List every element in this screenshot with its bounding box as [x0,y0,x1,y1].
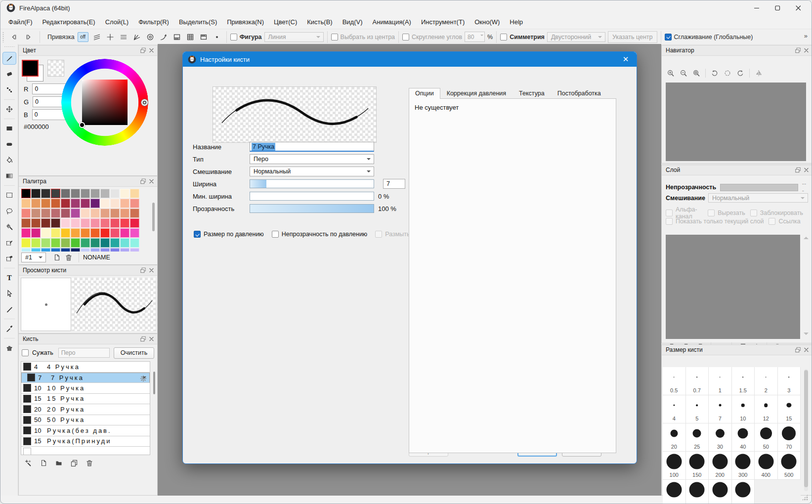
gradient-tool-icon[interactable] [2,169,16,182]
hue-marker[interactable] [141,99,148,106]
brush-size-cell[interactable]: 15 [778,395,801,423]
palette-swatch[interactable] [51,238,60,248]
palette-swatch[interactable] [130,209,139,218]
palette-swatch[interactable] [61,199,70,208]
menu-item-9[interactable]: Анимация(A) [368,16,416,28]
palette-swatch[interactable] [110,209,120,218]
layer-opacity-slider[interactable] [720,184,798,191]
snap-dot-icon[interactable] [211,31,223,43]
brush-blend-select[interactable]: Нормальный [250,167,374,176]
palette-swatch[interactable] [71,228,80,238]
brush-size-cell[interactable]: 40 [732,423,755,452]
palette-swatch[interactable] [110,248,120,252]
palette-swatch[interactable] [71,218,80,228]
checkbox[interactable] [666,218,673,225]
palette-swatch[interactable] [81,218,90,228]
float-panel-icon[interactable] [794,346,802,354]
palette-swatch[interactable] [71,238,80,248]
menu-item-2[interactable]: Слой(L) [100,16,134,28]
flip-horizontal-icon[interactable] [753,68,765,79]
checkbox[interactable] [272,231,279,238]
corner-value-spinner[interactable]: 80 [465,32,485,42]
brush-size-cell[interactable]: 2 [755,367,778,395]
palette-swatch[interactable] [120,189,129,198]
new-page-icon[interactable] [51,252,63,263]
palette-swatch[interactable] [41,209,50,218]
r-input[interactable] [32,84,66,94]
brush-size-cell[interactable]: 200 [709,452,732,480]
tab-2[interactable]: Текстура [513,88,551,99]
palette-swatch[interactable] [100,218,110,228]
palette-swatch[interactable] [81,189,90,198]
toolbar-overflow-chevron[interactable]: » [804,32,808,40]
palette-swatch[interactable] [81,209,90,218]
sv-marker[interactable] [79,122,85,128]
hand-tool-icon[interactable] [2,341,16,354]
opacity-slider[interactable] [250,204,374,213]
rotate-right-icon[interactable] [734,68,746,79]
float-panel-icon[interactable] [139,178,147,185]
trash-icon[interactable] [84,458,95,468]
min-width-slider[interactable] [250,192,374,201]
width-slider[interactable] [250,179,374,188]
brush-size-cell[interactable]: 4 [663,395,686,423]
close-panel-icon[interactable] [148,178,155,185]
snap-ruler-icon[interactable] [198,31,210,43]
palette-swatch[interactable] [100,228,110,238]
menu-item-11[interactable]: Окно(W) [470,16,505,28]
palette-scrollbar[interactable] [152,192,155,244]
palette-swatch[interactable] [61,209,70,218]
palette-swatch[interactable] [51,189,60,198]
gear-icon[interactable] [139,375,147,382]
menu-item-5[interactable]: Привязка(N) [222,16,269,28]
palette-swatch[interactable] [71,189,80,198]
palette-slot-select[interactable]: #1 [21,252,46,262]
scroll-up-icon[interactable] [804,237,809,239]
clear-button[interactable]: Очистить [114,347,154,359]
move-tool-icon[interactable] [2,103,16,116]
dot-tool-icon[interactable] [2,84,16,96]
brush-size-cell[interactable]: 1.5 [732,367,755,395]
palette-swatch[interactable] [51,228,60,238]
zoom-in-icon[interactable] [665,68,677,79]
palette-swatch[interactable] [110,218,120,228]
operation-tool-icon[interactable] [2,287,16,300]
menu-item-6[interactable]: Цвет(C) [269,16,302,28]
brush-type-select[interactable]: Перо [250,154,374,164]
palette-swatch[interactable] [130,238,139,248]
palette-swatch[interactable] [130,228,139,238]
new-page-icon[interactable] [38,458,49,468]
close-panel-icon[interactable] [803,167,810,174]
brush-size-cell[interactable]: 500 [778,452,801,480]
toolstrip-drag-handle[interactable] [4,46,15,47]
rotate-reset-icon[interactable] [722,68,733,79]
brush-size-cell[interactable]: 25 [686,423,709,452]
rotate-left-icon[interactable] [709,68,721,79]
magic-wand-tool-icon[interactable] [2,220,16,233]
brush-size-cell[interactable]: 300 [732,452,755,480]
fill-rect-tool-icon[interactable] [2,122,16,135]
palette-swatch[interactable] [81,228,90,238]
palette-swatch[interactable] [90,238,100,248]
palette-swatch[interactable] [31,199,41,208]
palette-swatch[interactable] [90,228,100,238]
palette-swatch[interactable] [21,238,31,248]
palette-swatch[interactable] [21,228,31,238]
palette-swatch[interactable] [81,238,90,248]
close-panel-icon[interactable] [148,267,155,274]
float-panel-icon[interactable] [794,47,802,54]
palette-swatch[interactable] [120,248,129,252]
trash-icon[interactable] [63,252,75,263]
eraser-tool-icon[interactable] [2,68,16,81]
transparent-color-swatch[interactable] [47,60,64,77]
palette-swatch[interactable] [110,228,120,238]
float-panel-icon[interactable] [139,47,147,54]
palette-swatch[interactable] [31,189,41,198]
tab-3[interactable]: Постобработка [551,88,607,99]
palette-swatch[interactable] [61,248,70,252]
menu-item-4[interactable]: Выделить(S) [174,16,222,28]
palette-swatch[interactable] [21,218,31,228]
text-tool-icon[interactable]: T [2,271,16,284]
select-rect-tool-icon[interactable] [2,189,16,202]
brush-item[interactable]: 1515 Ручка [21,394,150,405]
